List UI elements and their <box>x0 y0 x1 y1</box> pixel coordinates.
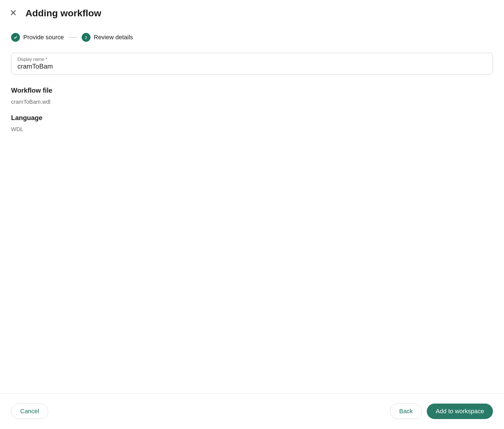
cancel-button[interactable]: Cancel <box>11 404 48 419</box>
workflow-file-section: Workflow file cramToBam.wdl <box>11 87 493 105</box>
display-name-input[interactable] <box>17 63 487 70</box>
close-button[interactable] <box>9 9 18 18</box>
close-icon <box>9 9 17 17</box>
language-section: Language WDL <box>11 114 493 132</box>
step-number-badge: 2 <box>82 33 91 42</box>
display-name-field-wrapper[interactable]: Display name * <box>11 53 493 74</box>
step-connector <box>68 37 77 38</box>
back-button[interactable]: Back <box>390 404 422 419</box>
step-provide-source: Provide source <box>11 33 64 42</box>
dialog-footer: Cancel Back Add to workspace <box>0 393 504 429</box>
language-label: Language <box>11 114 493 122</box>
display-name-label: Display name * <box>17 57 487 62</box>
page-title: Adding workflow <box>25 8 101 19</box>
step-label: Provide source <box>23 34 64 41</box>
add-to-workspace-button[interactable]: Add to workspace <box>427 404 493 419</box>
language-value: WDL <box>11 126 493 132</box>
dialog-content: Display name * Workflow file cramToBam.w… <box>0 53 504 393</box>
stepper: Provide source 2 Review details <box>0 24 504 53</box>
footer-right-group: Back Add to workspace <box>390 404 493 419</box>
checkmark-icon <box>11 33 20 42</box>
dialog-header: Adding workflow <box>0 0 504 24</box>
step-label: Review details <box>94 34 133 41</box>
workflow-file-label: Workflow file <box>11 87 493 94</box>
step-review-details: 2 Review details <box>82 33 133 42</box>
workflow-file-value: cramToBam.wdl <box>11 99 493 105</box>
